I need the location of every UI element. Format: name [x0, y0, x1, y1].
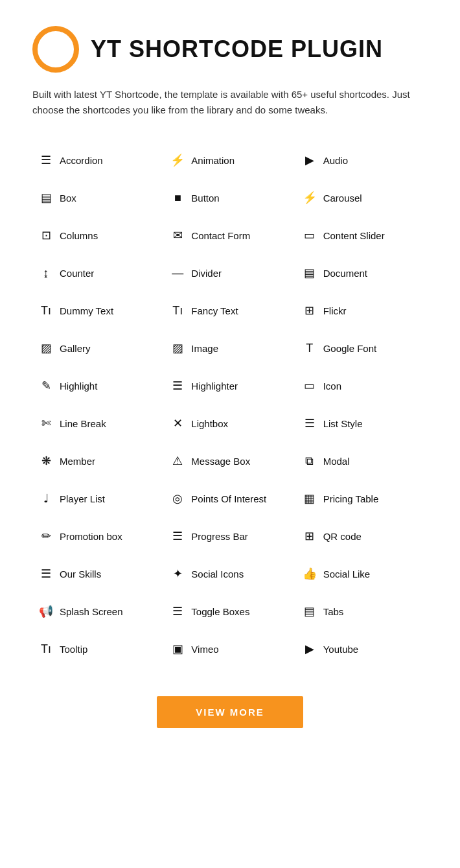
shortcode-item-content-slider[interactable]: ▭Content Slider: [296, 217, 428, 254]
item-label: Highlight: [60, 381, 97, 392]
item-icon-lightbox: ✕: [170, 416, 185, 430]
item-label: Animation: [191, 155, 235, 166]
item-label: Our Skills: [60, 569, 101, 580]
item-label: QR code: [323, 531, 362, 542]
item-label: Points Of Interest: [191, 493, 266, 504]
shortcode-item-pricing-table[interactable]: ▦Pricing Table: [296, 480, 428, 517]
shortcode-item-accordion[interactable]: ☰Accordion: [32, 141, 164, 179]
logo-circle: [32, 26, 79, 73]
item-icon-pricing-table: ▦: [303, 491, 317, 506]
item-icon-member: ❋: [39, 454, 53, 468]
item-label: Pricing Table: [323, 493, 379, 504]
item-icon-youtube: ▶: [303, 642, 317, 656]
shortcode-item-box[interactable]: ▤Box: [32, 179, 164, 217]
shortcode-item-toggle-boxes[interactable]: ☰Toggle Boxes: [164, 592, 295, 630]
item-icon-list-style: ☰: [303, 416, 317, 430]
item-icon-line-break: ✄: [39, 416, 53, 430]
shortcode-item-carousel[interactable]: ⚡Carousel: [296, 179, 428, 217]
shortcode-item-player-list[interactable]: ♩Player List: [32, 480, 164, 517]
item-icon-message-box: ⚠: [170, 454, 185, 468]
shortcode-item-promotion-box[interactable]: ✏Promotion box: [32, 517, 164, 555]
item-icon-player-list: ♩: [39, 491, 53, 506]
shortcode-item-icon[interactable]: ▭Icon: [296, 367, 428, 405]
shortcode-item-points-of-interest[interactable]: ◎Points Of Interest: [164, 480, 295, 517]
item-label: Splash Screen: [60, 606, 123, 617]
item-icon-document: ▤: [303, 266, 317, 280]
item-icon-modal: ⧉: [303, 454, 317, 468]
item-label: Button: [191, 193, 219, 204]
shortcode-item-highlight[interactable]: ✎Highlight: [32, 367, 164, 405]
item-icon-points-of-interest: ◎: [170, 491, 185, 506]
shortcode-item-gallery[interactable]: ▨Gallery: [32, 329, 164, 367]
shortcode-item-contact-form[interactable]: ✉Contact Form: [164, 217, 295, 254]
shortcode-item-columns[interactable]: ⊡Columns: [32, 217, 164, 254]
shortcode-item-youtube[interactable]: ▶Youtube: [296, 630, 428, 668]
item-label: Box: [60, 193, 76, 204]
shortcode-item-divider[interactable]: —Divider: [164, 254, 295, 292]
item-icon-gallery: ▨: [39, 341, 53, 355]
shortcode-item-audio[interactable]: ▶Audio: [296, 141, 428, 179]
item-label: Flickr: [323, 305, 347, 316]
item-icon-carousel: ⚡: [303, 191, 317, 205]
shortcode-item-message-box[interactable]: ⚠Message Box: [164, 442, 295, 480]
item-icon-google-font: T: [303, 342, 317, 355]
shortcode-item-button[interactable]: ■Button: [164, 179, 295, 217]
shortcode-item-highlighter[interactable]: ☰Highlighter: [164, 367, 295, 405]
item-icon-promotion-box: ✏: [39, 529, 53, 543]
page-title: YT SHORTCODE PLUGIN: [91, 36, 383, 63]
shortcode-item-counter[interactable]: ↨Counter: [32, 254, 164, 292]
item-icon-box: ▤: [39, 191, 53, 205]
shortcode-item-progress-bar[interactable]: ☰Progress Bar: [164, 517, 295, 555]
shortcode-item-document[interactable]: ▤Document: [296, 254, 428, 292]
shortcode-item-splash-screen[interactable]: 📢Splash Screen: [32, 592, 164, 630]
shortcode-item-tooltip[interactable]: TıTooltip: [32, 630, 164, 668]
item-icon-qr-code: ⊞: [303, 529, 317, 543]
item-label: Message Box: [191, 456, 250, 467]
item-label: Tooltip: [60, 644, 87, 655]
item-label: Toggle Boxes: [191, 606, 249, 617]
item-icon-fancy-text: Tı: [170, 304, 185, 318]
shortcodes-grid: ☰Accordion⚡Animation▶Audio▤Box■Button⚡Ca…: [32, 141, 428, 668]
view-more-button[interactable]: VIEW MORE: [157, 696, 303, 728]
shortcode-item-animation[interactable]: ⚡Animation: [164, 141, 295, 179]
item-icon-image: ▨: [170, 341, 185, 355]
shortcode-item-fancy-text[interactable]: TıFancy Text: [164, 292, 295, 329]
shortcode-item-list-style[interactable]: ☰List Style: [296, 405, 428, 442]
item-label: Columns: [60, 230, 98, 241]
item-label: Image: [191, 343, 218, 354]
item-label: Progress Bar: [191, 531, 248, 542]
shortcode-item-social-icons[interactable]: ✦Social Icons: [164, 555, 295, 592]
item-icon-our-skills: ☰: [39, 567, 53, 581]
shortcode-item-our-skills[interactable]: ☰Our Skills: [32, 555, 164, 592]
item-icon-accordion: ☰: [39, 153, 53, 167]
shortcode-item-modal[interactable]: ⧉Modal: [296, 442, 428, 480]
item-icon-splash-screen: 📢: [39, 604, 53, 618]
page-description: Built with latest YT Shortcode, the temp…: [32, 87, 428, 118]
item-icon-social-icons: ✦: [170, 567, 185, 581]
item-label: Contact Form: [191, 230, 250, 241]
shortcode-item-social-like[interactable]: 👍Social Like: [296, 555, 428, 592]
item-icon-social-like: 👍: [303, 567, 317, 581]
item-label: Promotion box: [60, 531, 122, 542]
item-icon-audio: ▶: [303, 153, 317, 167]
item-label: Carousel: [323, 193, 362, 204]
shortcode-item-tabs[interactable]: ▤Tabs: [296, 592, 428, 630]
item-icon-contact-form: ✉: [170, 228, 185, 242]
item-icon-icon: ▭: [303, 379, 317, 393]
shortcode-item-vimeo[interactable]: ▣Vimeo: [164, 630, 295, 668]
item-label: Tabs: [323, 606, 344, 617]
page-header: YT SHORTCODE PLUGIN: [32, 26, 428, 73]
shortcode-item-member[interactable]: ❋Member: [32, 442, 164, 480]
shortcode-item-dummy-text[interactable]: TıDummy Text: [32, 292, 164, 329]
item-label: Player List: [60, 493, 105, 504]
item-icon-vimeo: ▣: [170, 642, 185, 656]
shortcode-item-qr-code[interactable]: ⊞QR code: [296, 517, 428, 555]
shortcode-item-google-font[interactable]: TGoogle Font: [296, 329, 428, 367]
shortcode-item-lightbox[interactable]: ✕Lightbox: [164, 405, 295, 442]
shortcode-item-line-break[interactable]: ✄Line Break: [32, 405, 164, 442]
item-label: Vimeo: [191, 644, 218, 655]
shortcode-item-image[interactable]: ▨Image: [164, 329, 295, 367]
item-icon-flickr: ⊞: [303, 303, 317, 318]
item-label: Highlighter: [191, 381, 238, 392]
shortcode-item-flickr[interactable]: ⊞Flickr: [296, 292, 428, 329]
